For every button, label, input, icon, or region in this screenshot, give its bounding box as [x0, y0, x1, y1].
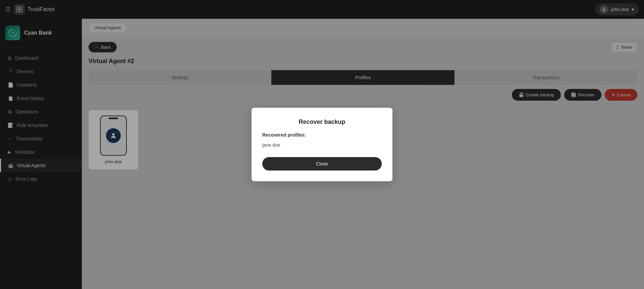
- modal-title: Recover backup: [262, 118, 382, 126]
- modal-profile-item: jane.doe: [262, 141, 382, 149]
- content-area: Virtual Agents ← Back ⤴ Share Virtual Ag…: [82, 19, 644, 289]
- modal-overlay: Recover backup Recovered profiles: jane.…: [82, 19, 644, 289]
- recover-backup-modal: Recover backup Recovered profiles: jane.…: [252, 108, 392, 181]
- modal-close-button[interactable]: Close: [262, 157, 382, 171]
- modal-recovered-label: Recovered profiles:: [262, 132, 382, 138]
